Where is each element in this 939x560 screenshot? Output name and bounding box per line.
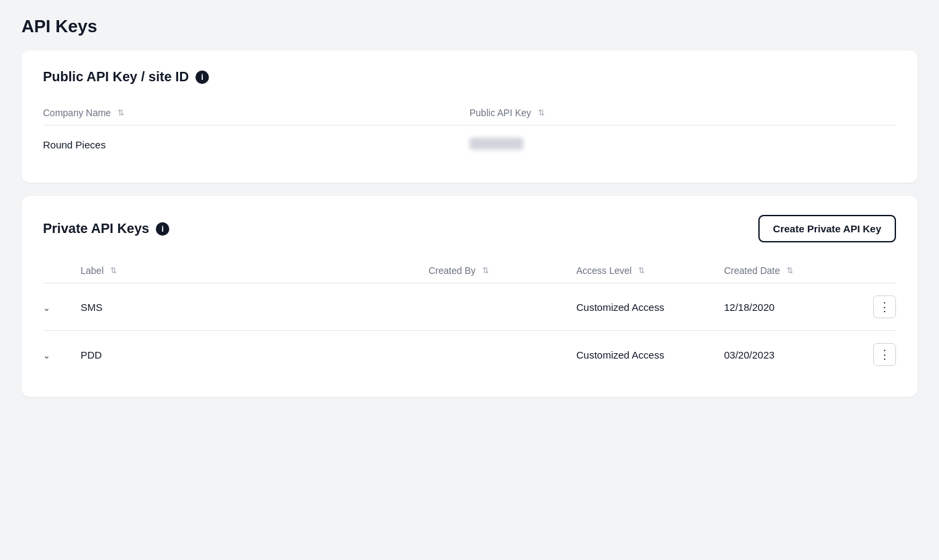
- private-col-access-text: Access Level: [576, 265, 631, 276]
- private-col-createdby-text: Created By: [429, 265, 476, 276]
- private-row-sms-label: SMS: [81, 301, 429, 313]
- public-api-key-info-icon[interactable]: i: [195, 71, 209, 84]
- private-row-pdd-actions: ⋮: [858, 343, 896, 366]
- private-col-access-sort-icon[interactable]: [638, 266, 645, 275]
- chevron-down-icon[interactable]: ⌄: [43, 303, 50, 313]
- public-row-company-name: Round Pieces: [43, 139, 470, 150]
- public-col-key-label: Public API Key: [470, 107, 531, 118]
- private-row-sms-expand[interactable]: ⌄: [43, 301, 81, 313]
- private-api-keys-info-icon[interactable]: i: [156, 222, 169, 236]
- create-private-api-key-button[interactable]: Create Private API Key: [758, 215, 896, 242]
- private-row-pdd-access: Customized Access: [576, 349, 724, 361]
- private-row-sms-more-button[interactable]: ⋮: [873, 295, 896, 318]
- public-col-key-sort-icon[interactable]: [538, 108, 545, 118]
- private-table-row: ⌄ SMS Customized Access 12/18/2020 ⋮: [43, 283, 896, 331]
- private-row-pdd-date: 03/20/2023: [724, 349, 858, 361]
- private-row-sms-actions: ⋮: [858, 295, 896, 318]
- public-table-row: Round Pieces: [43, 126, 896, 164]
- public-api-key-card: Public API Key / site ID i Company Name …: [21, 50, 918, 183]
- private-row-sms-date: 12/18/2020: [724, 301, 858, 313]
- private-col-date-sort-icon[interactable]: [787, 266, 793, 275]
- private-col-label-text: Label: [81, 265, 103, 276]
- page-title: API Keys: [21, 16, 918, 37]
- public-api-key-header: Public API Key / site ID i: [43, 69, 896, 85]
- private-row-pdd-label: PDD: [81, 349, 429, 361]
- private-row-pdd-expand[interactable]: ⌄: [43, 349, 81, 361]
- public-table-header: Company Name Public API Key: [43, 101, 896, 126]
- public-col-company-sort-icon[interactable]: [118, 108, 124, 118]
- private-api-keys-header-left: Private API Keys i: [43, 221, 169, 236]
- public-api-key-blurred: [470, 138, 523, 150]
- chevron-down-icon[interactable]: ⌄: [43, 351, 50, 361]
- private-col-label-header[interactable]: Label: [81, 265, 429, 276]
- private-col-date-text: Created Date: [724, 265, 780, 276]
- public-api-key-title: Public API Key / site ID: [43, 69, 189, 85]
- public-col-company-header[interactable]: Company Name: [43, 107, 470, 118]
- private-table-row: ⌄ PDD Customized Access 03/20/2023 ⋮: [43, 331, 896, 378]
- private-api-keys-title: Private API Keys: [43, 221, 149, 236]
- public-col-company-label: Company Name: [43, 107, 111, 118]
- public-col-key-header[interactable]: Public API Key: [470, 107, 896, 118]
- private-col-access-header[interactable]: Access Level: [576, 265, 724, 276]
- private-table-header: Label Created By Access Level Created Da…: [43, 259, 896, 283]
- private-row-sms-access: Customized Access: [576, 301, 724, 313]
- private-col-label-sort-icon[interactable]: [110, 266, 117, 275]
- private-row-pdd-more-button[interactable]: ⋮: [873, 343, 896, 366]
- private-col-date-header[interactable]: Created Date: [724, 265, 858, 276]
- private-col-createdby-sort-icon[interactable]: [482, 266, 489, 275]
- private-api-keys-header-row: Private API Keys i Create Private API Ke…: [43, 215, 896, 242]
- public-row-api-key: [470, 138, 896, 152]
- private-api-keys-card: Private API Keys i Create Private API Ke…: [21, 196, 918, 397]
- private-col-createdby-header[interactable]: Created By: [429, 265, 576, 276]
